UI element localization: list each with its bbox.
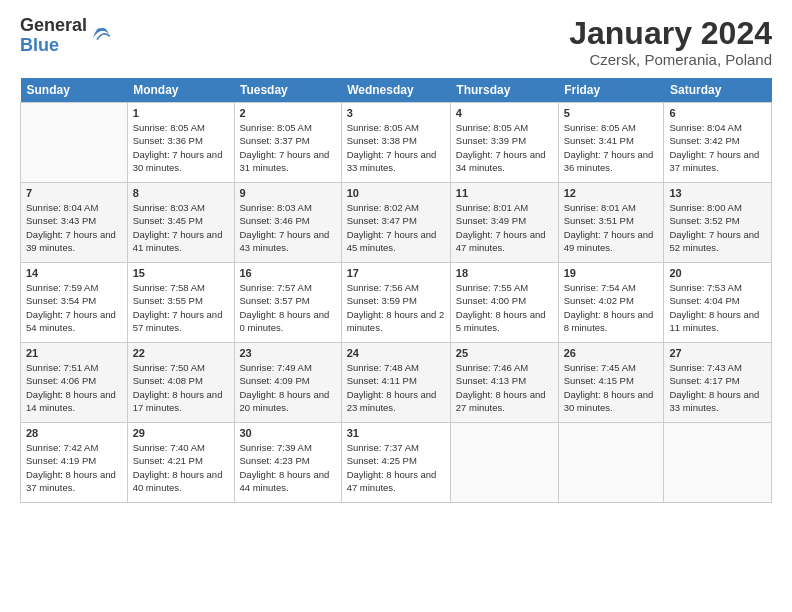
- day-info: Sunrise: 7:43 AMSunset: 4:17 PMDaylight:…: [669, 361, 766, 414]
- day-number: 10: [347, 187, 445, 199]
- day-info: Sunrise: 7:58 AMSunset: 3:55 PMDaylight:…: [133, 281, 229, 334]
- calendar-week-2: 7 Sunrise: 8:04 AMSunset: 3:43 PMDayligh…: [21, 183, 772, 263]
- table-row: 9 Sunrise: 8:03 AMSunset: 3:46 PMDayligh…: [234, 183, 341, 263]
- calendar-week-3: 14 Sunrise: 7:59 AMSunset: 3:54 PMDaylig…: [21, 263, 772, 343]
- page: General Blue January 2024 Czersk, Pomera…: [0, 0, 792, 612]
- day-info: Sunrise: 7:40 AMSunset: 4:21 PMDaylight:…: [133, 441, 229, 494]
- logo-general: General: [20, 16, 87, 36]
- table-row: 8 Sunrise: 8:03 AMSunset: 3:45 PMDayligh…: [127, 183, 234, 263]
- table-row: 11 Sunrise: 8:01 AMSunset: 3:49 PMDaylig…: [450, 183, 558, 263]
- table-row: 3 Sunrise: 8:05 AMSunset: 3:38 PMDayligh…: [341, 103, 450, 183]
- day-number: 13: [669, 187, 766, 199]
- day-number: 19: [564, 267, 659, 279]
- day-number: 26: [564, 347, 659, 359]
- table-row: 21 Sunrise: 7:51 AMSunset: 4:06 PMDaylig…: [21, 343, 128, 423]
- table-row: 2 Sunrise: 8:05 AMSunset: 3:37 PMDayligh…: [234, 103, 341, 183]
- table-row: 16 Sunrise: 7:57 AMSunset: 3:57 PMDaylig…: [234, 263, 341, 343]
- day-info: Sunrise: 7:49 AMSunset: 4:09 PMDaylight:…: [240, 361, 336, 414]
- day-number: 1: [133, 107, 229, 119]
- day-info: Sunrise: 8:02 AMSunset: 3:47 PMDaylight:…: [347, 201, 445, 254]
- table-row: 1 Sunrise: 8:05 AMSunset: 3:36 PMDayligh…: [127, 103, 234, 183]
- location-title: Czersk, Pomerania, Poland: [569, 51, 772, 68]
- table-row: [664, 423, 772, 503]
- day-info: Sunrise: 7:45 AMSunset: 4:15 PMDaylight:…: [564, 361, 659, 414]
- table-row: 24 Sunrise: 7:48 AMSunset: 4:11 PMDaylig…: [341, 343, 450, 423]
- header-wednesday: Wednesday: [341, 78, 450, 103]
- day-number: 17: [347, 267, 445, 279]
- table-row: 12 Sunrise: 8:01 AMSunset: 3:51 PMDaylig…: [558, 183, 664, 263]
- day-number: 27: [669, 347, 766, 359]
- day-number: 5: [564, 107, 659, 119]
- table-row: 7 Sunrise: 8:04 AMSunset: 3:43 PMDayligh…: [21, 183, 128, 263]
- day-info: Sunrise: 7:54 AMSunset: 4:02 PMDaylight:…: [564, 281, 659, 334]
- day-number: 16: [240, 267, 336, 279]
- month-title: January 2024: [569, 16, 772, 51]
- day-number: 12: [564, 187, 659, 199]
- day-number: 31: [347, 427, 445, 439]
- table-row: 25 Sunrise: 7:46 AMSunset: 4:13 PMDaylig…: [450, 343, 558, 423]
- day-info: Sunrise: 7:37 AMSunset: 4:25 PMDaylight:…: [347, 441, 445, 494]
- table-row: 15 Sunrise: 7:58 AMSunset: 3:55 PMDaylig…: [127, 263, 234, 343]
- table-row: 30 Sunrise: 7:39 AMSunset: 4:23 PMDaylig…: [234, 423, 341, 503]
- day-info: Sunrise: 7:48 AMSunset: 4:11 PMDaylight:…: [347, 361, 445, 414]
- day-info: Sunrise: 7:56 AMSunset: 3:59 PMDaylight:…: [347, 281, 445, 334]
- day-number: 4: [456, 107, 553, 119]
- day-number: 2: [240, 107, 336, 119]
- day-number: 3: [347, 107, 445, 119]
- day-info: Sunrise: 7:55 AMSunset: 4:00 PMDaylight:…: [456, 281, 553, 334]
- header-sunday: Sunday: [21, 78, 128, 103]
- day-info: Sunrise: 7:42 AMSunset: 4:19 PMDaylight:…: [26, 441, 122, 494]
- day-number: 25: [456, 347, 553, 359]
- day-info: Sunrise: 8:05 AMSunset: 3:36 PMDaylight:…: [133, 121, 229, 174]
- table-row: 17 Sunrise: 7:56 AMSunset: 3:59 PMDaylig…: [341, 263, 450, 343]
- day-number: 28: [26, 427, 122, 439]
- table-row: 14 Sunrise: 7:59 AMSunset: 3:54 PMDaylig…: [21, 263, 128, 343]
- day-info: Sunrise: 8:05 AMSunset: 3:37 PMDaylight:…: [240, 121, 336, 174]
- day-info: Sunrise: 7:51 AMSunset: 4:06 PMDaylight:…: [26, 361, 122, 414]
- logo-blue: Blue: [20, 36, 87, 56]
- table-row: 29 Sunrise: 7:40 AMSunset: 4:21 PMDaylig…: [127, 423, 234, 503]
- table-row: 31 Sunrise: 7:37 AMSunset: 4:25 PMDaylig…: [341, 423, 450, 503]
- calendar-week-5: 28 Sunrise: 7:42 AMSunset: 4:19 PMDaylig…: [21, 423, 772, 503]
- title-section: January 2024 Czersk, Pomerania, Poland: [569, 16, 772, 68]
- day-info: Sunrise: 7:39 AMSunset: 4:23 PMDaylight:…: [240, 441, 336, 494]
- table-row: [21, 103, 128, 183]
- calendar-week-4: 21 Sunrise: 7:51 AMSunset: 4:06 PMDaylig…: [21, 343, 772, 423]
- day-number: 9: [240, 187, 336, 199]
- calendar-week-1: 1 Sunrise: 8:05 AMSunset: 3:36 PMDayligh…: [21, 103, 772, 183]
- day-number: 18: [456, 267, 553, 279]
- header: General Blue January 2024 Czersk, Pomera…: [20, 16, 772, 68]
- day-info: Sunrise: 7:53 AMSunset: 4:04 PMDaylight:…: [669, 281, 766, 334]
- day-info: Sunrise: 7:59 AMSunset: 3:54 PMDaylight:…: [26, 281, 122, 334]
- calendar-table: Sunday Monday Tuesday Wednesday Thursday…: [20, 78, 772, 503]
- day-number: 11: [456, 187, 553, 199]
- day-info: Sunrise: 7:57 AMSunset: 3:57 PMDaylight:…: [240, 281, 336, 334]
- table-row: [558, 423, 664, 503]
- logo-text: General Blue: [20, 16, 87, 56]
- day-number: 22: [133, 347, 229, 359]
- header-tuesday: Tuesday: [234, 78, 341, 103]
- table-row: 26 Sunrise: 7:45 AMSunset: 4:15 PMDaylig…: [558, 343, 664, 423]
- day-info: Sunrise: 8:01 AMSunset: 3:49 PMDaylight:…: [456, 201, 553, 254]
- table-row: 20 Sunrise: 7:53 AMSunset: 4:04 PMDaylig…: [664, 263, 772, 343]
- table-row: 5 Sunrise: 8:05 AMSunset: 3:41 PMDayligh…: [558, 103, 664, 183]
- day-number: 15: [133, 267, 229, 279]
- table-row: [450, 423, 558, 503]
- table-row: 23 Sunrise: 7:49 AMSunset: 4:09 PMDaylig…: [234, 343, 341, 423]
- day-number: 21: [26, 347, 122, 359]
- day-number: 23: [240, 347, 336, 359]
- table-row: 28 Sunrise: 7:42 AMSunset: 4:19 PMDaylig…: [21, 423, 128, 503]
- calendar-header-row: Sunday Monday Tuesday Wednesday Thursday…: [21, 78, 772, 103]
- day-number: 6: [669, 107, 766, 119]
- day-info: Sunrise: 8:00 AMSunset: 3:52 PMDaylight:…: [669, 201, 766, 254]
- day-number: 7: [26, 187, 122, 199]
- day-number: 14: [26, 267, 122, 279]
- day-info: Sunrise: 8:05 AMSunset: 3:39 PMDaylight:…: [456, 121, 553, 174]
- logo: General Blue: [20, 16, 113, 56]
- day-info: Sunrise: 8:04 AMSunset: 3:42 PMDaylight:…: [669, 121, 766, 174]
- day-number: 29: [133, 427, 229, 439]
- day-info: Sunrise: 8:03 AMSunset: 3:45 PMDaylight:…: [133, 201, 229, 254]
- table-row: 18 Sunrise: 7:55 AMSunset: 4:00 PMDaylig…: [450, 263, 558, 343]
- day-number: 24: [347, 347, 445, 359]
- header-friday: Friday: [558, 78, 664, 103]
